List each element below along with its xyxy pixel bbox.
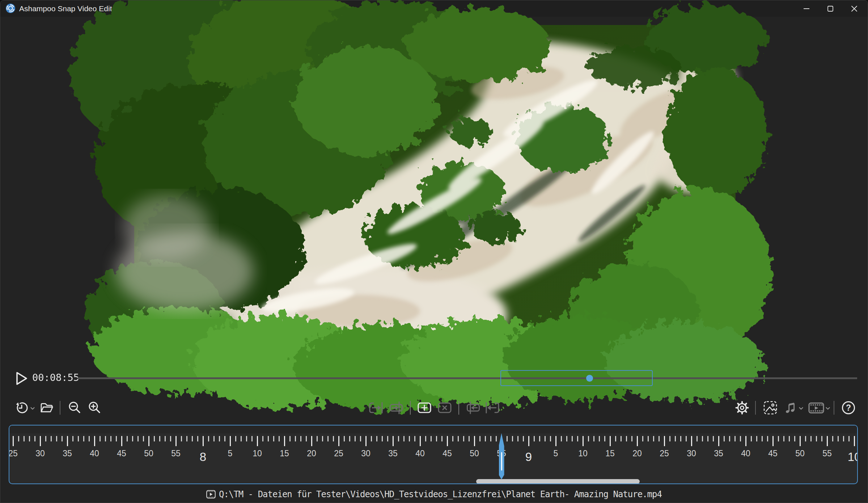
split-left-button[interactable] bbox=[387, 399, 407, 416]
ruler-tick bbox=[306, 436, 307, 441]
ruler-tick bbox=[762, 436, 763, 441]
snapshot-image-icon bbox=[763, 400, 778, 415]
ruler-tick bbox=[143, 436, 144, 441]
ruler-tick bbox=[621, 436, 622, 441]
settings-button[interactable] bbox=[733, 399, 751, 416]
ruler[interactable]: 2530354045505585101520253035404550559510… bbox=[9, 426, 857, 483]
ruler-tick bbox=[137, 436, 139, 441]
split-right-button[interactable] bbox=[462, 399, 483, 416]
snap-end-button[interactable] bbox=[482, 399, 503, 416]
ruler-tick bbox=[289, 436, 291, 441]
seek-thumb[interactable] bbox=[586, 375, 593, 382]
gear-icon bbox=[735, 401, 749, 415]
ruler-tick bbox=[604, 436, 605, 441]
folder-open-icon bbox=[39, 400, 54, 415]
ruler-minute-label: 10 bbox=[848, 450, 858, 464]
help-button[interactable]: ? bbox=[840, 399, 857, 416]
ruler-tick bbox=[539, 436, 540, 441]
ruler-tick bbox=[561, 436, 562, 441]
history-button[interactable] bbox=[12, 399, 37, 416]
ruler-second-label: 55 bbox=[822, 449, 832, 458]
music-icon bbox=[783, 401, 798, 415]
ruler-second-label: 15 bbox=[605, 449, 615, 458]
ruler-tick bbox=[127, 436, 128, 441]
ruler-tick bbox=[382, 436, 383, 441]
ruler-tick bbox=[13, 436, 14, 446]
ruler-tick bbox=[165, 436, 166, 441]
ruler-tick bbox=[34, 436, 35, 441]
ruler-tick bbox=[713, 436, 714, 441]
ruler-tick bbox=[241, 436, 242, 441]
open-file-button[interactable] bbox=[38, 399, 55, 416]
ruler-tick bbox=[648, 436, 649, 441]
ruler-tick bbox=[778, 436, 779, 441]
ruler-tick bbox=[262, 436, 263, 441]
current-time-display: 00:08:55 bbox=[32, 372, 79, 383]
ruler-second-label: 40 bbox=[90, 449, 99, 458]
toolbar-divider bbox=[834, 401, 834, 415]
ruler-tick bbox=[599, 436, 600, 441]
add-audio-button[interactable] bbox=[780, 399, 806, 416]
timeline-scrollbar[interactable] bbox=[476, 479, 640, 484]
ruler-second-label: 50 bbox=[144, 449, 153, 458]
ruler-tick bbox=[610, 436, 611, 446]
toolbar-divider bbox=[755, 401, 756, 415]
ruler-tick bbox=[40, 436, 41, 446]
maximize-button[interactable] bbox=[818, 0, 842, 17]
ruler-tick bbox=[702, 436, 703, 441]
ruler-tick bbox=[740, 436, 741, 441]
ruler-second-label: 30 bbox=[687, 449, 696, 458]
minimize-icon bbox=[803, 5, 810, 12]
ruler-minute-label: 8 bbox=[200, 450, 206, 464]
remove-segment-button[interactable] bbox=[435, 399, 455, 416]
snap-start-icon bbox=[367, 400, 385, 416]
ruler-tick bbox=[99, 436, 101, 441]
ruler-tick bbox=[821, 436, 822, 441]
play-button[interactable] bbox=[13, 370, 29, 387]
ruler-tick bbox=[197, 436, 198, 441]
add-segment-button[interactable] bbox=[414, 399, 435, 416]
ruler-tick bbox=[213, 436, 215, 441]
ruler-tick bbox=[517, 436, 518, 441]
ruler-tick bbox=[550, 436, 551, 441]
ruler-tick bbox=[257, 436, 258, 446]
seek-bar[interactable] bbox=[77, 377, 857, 379]
zoom-out-button[interactable] bbox=[66, 399, 83, 416]
ruler-tick bbox=[175, 436, 177, 446]
ruler-tick bbox=[398, 436, 399, 441]
zoom-in-button[interactable] bbox=[86, 399, 103, 416]
ruler-tick bbox=[273, 436, 274, 441]
ruler-tick bbox=[251, 436, 253, 441]
video-frame bbox=[134, 25, 736, 364]
ruler-tick bbox=[653, 436, 654, 441]
ruler-second-label: 10 bbox=[578, 449, 588, 458]
snapshot-button[interactable] bbox=[762, 399, 779, 416]
ruler-tick bbox=[772, 436, 774, 446]
app-logo-icon bbox=[5, 3, 16, 13]
ruler-tick bbox=[696, 436, 698, 441]
ruler-second-label: 50 bbox=[470, 449, 479, 458]
timeline-panel[interactable]: 2530354045505585101520253035404550559510… bbox=[9, 425, 858, 484]
ruler-tick bbox=[794, 436, 795, 441]
chevron-down-icon bbox=[799, 406, 804, 411]
ruler-tick bbox=[490, 436, 491, 441]
ruler-tick bbox=[420, 436, 421, 446]
ruler-tick bbox=[170, 436, 171, 441]
ruler-tick bbox=[479, 436, 480, 441]
ruler-tick bbox=[832, 436, 833, 441]
seek-range-box[interactable] bbox=[500, 370, 653, 386]
add-video-button[interactable] bbox=[805, 399, 833, 416]
ruler-tick bbox=[279, 436, 280, 441]
ruler-tick bbox=[317, 436, 318, 441]
ruler-tick bbox=[572, 436, 573, 441]
ruler-tick bbox=[349, 436, 350, 441]
minimize-button[interactable] bbox=[795, 0, 818, 17]
ruler-tick bbox=[631, 436, 632, 441]
ruler-tick bbox=[593, 436, 594, 441]
ruler-tick bbox=[615, 436, 616, 441]
close-button[interactable] bbox=[842, 0, 866, 17]
ruler-tick bbox=[208, 436, 209, 441]
ruler-tick bbox=[745, 436, 746, 446]
ruler-tick bbox=[800, 436, 801, 446]
snap-start-button[interactable] bbox=[366, 399, 386, 416]
